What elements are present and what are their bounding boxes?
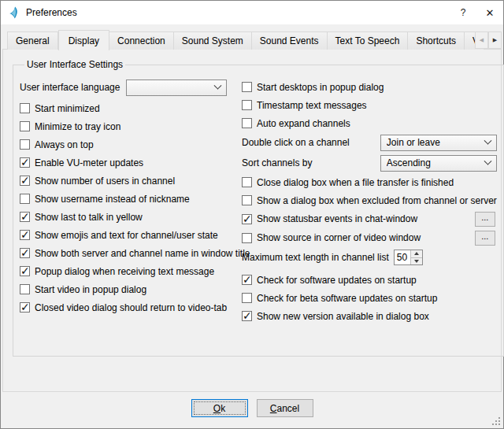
app-logo-icon <box>7 6 20 20</box>
video-source-config-button[interactable]: ... <box>475 231 495 246</box>
language-row: User interface language <box>20 78 242 97</box>
checkbox-start-minimized[interactable]: Start minimized <box>20 99 242 117</box>
checkbox-box[interactable] <box>242 100 252 110</box>
checkbox-show-number-of-users[interactable]: Show number of users in channel <box>20 172 242 190</box>
user-interface-settings-group: User Interface Settings User interface l… <box>13 59 504 357</box>
checkbox-check-beta-updates[interactable]: Check for beta software updates on start… <box>242 289 497 307</box>
checkbox-enable-vu-meter-updates[interactable]: Enable VU-meter updates <box>20 153 242 172</box>
checkbox-box[interactable] <box>20 157 30 168</box>
checkbox-box[interactable] <box>20 284 30 294</box>
checkbox-box[interactable] <box>20 176 30 186</box>
spin-buttons <box>410 250 422 264</box>
double-click-select[interactable]: Join or leave <box>380 135 497 151</box>
checkbox-box[interactable] <box>20 194 30 204</box>
tab-display[interactable]: Display <box>58 30 109 50</box>
video-source-row: Show source in corner of video window ..… <box>242 228 497 247</box>
tab-sound-system[interactable]: Sound System <box>174 31 252 50</box>
checkbox-box[interactable] <box>20 248 30 258</box>
tab-sound-events[interactable]: Sound Events <box>252 31 328 50</box>
max-text-length-value[interactable]: 50 <box>395 250 410 264</box>
checkbox-box[interactable] <box>242 118 252 128</box>
checkbox-box[interactable] <box>20 230 30 240</box>
checkbox-box[interactable] <box>20 302 30 313</box>
chevron-down-icon <box>484 157 491 165</box>
checkbox-show-statusbar-events[interactable] <box>242 214 252 224</box>
checkbox-show-username-instead-of-nickname[interactable]: Show username instead of nickname <box>20 190 242 208</box>
preferences-window: Preferences ? ✕ General Display Connecti… <box>0 0 504 429</box>
left-column: User interface language Start minimized … <box>20 78 242 325</box>
tab-scroll-right-icon[interactable]: ▶ <box>488 31 502 49</box>
checkbox-minimize-to-tray-icon[interactable]: Minimize to tray icon <box>20 117 242 135</box>
checkbox-closed-video-return-to-tab[interactable]: Closed video dialog should return to vid… <box>20 298 242 316</box>
checkbox-always-on-top[interactable]: Always on top <box>20 135 242 153</box>
tab-shortcuts[interactable]: Shortcuts <box>408 31 465 50</box>
checkbox-start-video-in-popup[interactable]: Start video in popup dialog <box>20 280 242 298</box>
checkbox-box[interactable] <box>242 195 252 205</box>
resize-grip[interactable] <box>491 416 501 426</box>
checkbox-show-new-version-dialog[interactable]: Show new version available in dialog box <box>242 307 497 325</box>
max-text-length-label: Maximum text length in channel list <box>242 252 389 263</box>
sort-channels-value: Ascending <box>387 157 479 168</box>
checkbox-box[interactable] <box>20 139 30 150</box>
cancel-button[interactable]: Cancel <box>257 399 313 417</box>
dialog-button-row: Ok Cancel <box>1 392 503 428</box>
checkbox-box[interactable] <box>20 121 30 131</box>
tab-text-to-speech[interactable]: Text To Speech <box>328 31 409 50</box>
checkbox-show-server-and-channel-in-title[interactable]: Show both server and channel name in win… <box>20 244 242 262</box>
chevron-down-icon <box>214 81 222 89</box>
statusbar-events-row: Show statusbar events in chat-window ... <box>242 209 497 228</box>
checkbox-box[interactable] <box>242 82 252 92</box>
checkbox-show-last-to-talk-in-yellow[interactable]: Show last to talk in yellow <box>20 208 242 226</box>
statusbar-events-config-button[interactable]: ... <box>475 212 495 227</box>
double-click-label: Double click on a channel <box>242 137 350 148</box>
language-select[interactable] <box>126 80 227 96</box>
group-title: User Interface Settings <box>24 59 125 70</box>
checkbox-close-dialog-file-transfer[interactable]: Close dialog box when a file transfer is… <box>242 173 497 191</box>
double-click-value: Join or leave <box>387 137 479 148</box>
tab-scroll-buttons: ◀ ▶ <box>475 31 502 49</box>
close-button[interactable]: ✕ <box>476 1 503 24</box>
checkbox-box[interactable] <box>20 266 30 276</box>
sort-channels-label: Sort channels by <box>242 157 312 168</box>
checkbox-box[interactable] <box>242 293 252 303</box>
checkbox-box[interactable] <box>242 311 252 321</box>
tab-general[interactable]: General <box>7 31 58 50</box>
tab-bar: General Display Connection Sound System … <box>1 24 503 50</box>
checkbox-start-desktops-in-popup[interactable]: Start desktops in popup dialog <box>242 78 497 96</box>
chevron-down-icon <box>484 136 491 144</box>
title-bar[interactable]: Preferences ? ✕ <box>1 1 503 24</box>
language-label: User interface language <box>20 82 120 93</box>
tab-connection[interactable]: Connection <box>109 31 174 50</box>
max-text-length-row: Maximum text length in channel list 50 <box>242 247 497 267</box>
checkbox-timestamp-text-messages[interactable]: Timestamp text messages <box>242 96 497 114</box>
window-title: Preferences <box>26 7 77 18</box>
double-click-row: Double click on a channel Join or leave <box>242 132 497 153</box>
checkbox-auto-expand-channels[interactable]: Auto expand channels <box>242 114 497 132</box>
checkbox-box[interactable] <box>20 103 30 113</box>
display-tab-pane: User Interface Settings User interface l… <box>2 50 502 392</box>
checkbox-show-dialog-when-excluded[interactable]: Show a dialog box when excluded from cha… <box>242 191 497 209</box>
checkbox-show-source-in-video-corner[interactable] <box>242 233 252 243</box>
help-button[interactable]: ? <box>450 1 476 24</box>
max-text-length-spinbox[interactable]: 50 <box>394 250 423 265</box>
sort-channels-select[interactable]: Ascending <box>380 155 497 172</box>
sort-channels-row: Sort channels by Ascending <box>242 153 497 173</box>
ok-button[interactable]: Ok <box>191 399 248 417</box>
spin-up-icon[interactable] <box>411 250 422 257</box>
checkbox-show-emojis-and-text[interactable]: Show emojis and text for channel/user st… <box>20 226 242 244</box>
checkbox-popup-dialog-on-text-message[interactable]: Popup dialog when receiving text message <box>20 262 242 280</box>
checkbox-check-software-updates[interactable]: Check for software updates on startup <box>242 271 497 289</box>
checkbox-box[interactable] <box>242 177 252 187</box>
tab-scroll-left-icon[interactable]: ◀ <box>475 31 488 49</box>
spin-down-icon[interactable] <box>411 257 422 264</box>
checkbox-box[interactable] <box>20 212 30 222</box>
right-column: Start desktops in popup dialog Timestamp… <box>242 78 497 325</box>
checkbox-box[interactable] <box>242 275 252 285</box>
